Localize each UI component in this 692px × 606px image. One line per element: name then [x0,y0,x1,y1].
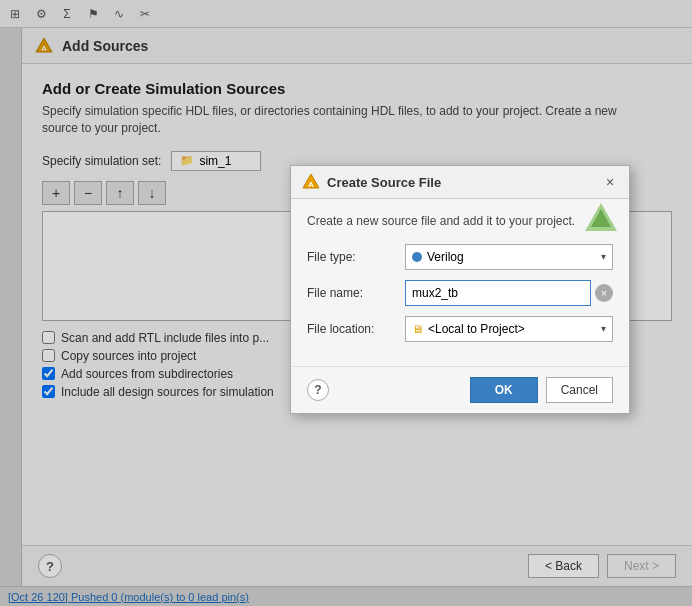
modal-desc: Create a new source file and add it to y… [307,213,613,230]
clear-input-button[interactable]: × [595,284,613,302]
modal-footer: ? OK Cancel [291,366,629,413]
file-location-value: <Local to Project> [428,322,525,336]
file-type-label: File type: [307,250,397,264]
create-source-modal: A Create Source File × Create a new sour… [290,165,630,414]
file-location-label: File location: [307,322,397,336]
modal-body: Create a new source file and add it to y… [291,199,629,366]
file-location-control: 🖥 <Local to Project> ▾ [405,316,613,342]
modal-close-button[interactable]: × [601,173,619,191]
modal-vivado-icon: A [301,172,321,192]
file-name-input[interactable] [405,280,591,306]
file-name-label: File name: [307,286,397,300]
file-name-row: File name: × [307,280,613,306]
file-name-control: × [405,280,613,306]
file-location-dropdown[interactable]: 🖥 <Local to Project> ▾ [405,316,613,342]
decorative-logo [581,199,621,242]
modal-title-text: Create Source File [327,175,441,190]
file-location-left: 🖥 <Local to Project> [412,322,525,336]
file-type-select-left: Verilog [412,250,464,264]
file-type-value: Verilog [427,250,464,264]
file-type-control: Verilog ▾ [405,244,613,270]
file-location-row: File location: 🖥 <Local to Project> ▾ [307,316,613,342]
svg-text:A: A [308,180,314,189]
chevron-down-icon: ▾ [601,251,606,262]
file-type-dropdown[interactable]: Verilog ▾ [405,244,613,270]
file-type-row: File type: Verilog ▾ [307,244,613,270]
file-location-folder-icon: 🖥 [412,323,423,335]
modal-help-button[interactable]: ? [307,379,329,401]
modal-footer-right: OK Cancel [470,377,613,403]
verilog-dot-icon [412,252,422,262]
modal-title-bar: A Create Source File × [291,166,629,199]
file-location-chevron-icon: ▾ [601,323,606,334]
modal-title-left: A Create Source File [301,172,441,192]
modal-overlay: A Create Source File × Create a new sour… [0,0,692,606]
modal-ok-button[interactable]: OK [470,377,538,403]
modal-cancel-button[interactable]: Cancel [546,377,613,403]
